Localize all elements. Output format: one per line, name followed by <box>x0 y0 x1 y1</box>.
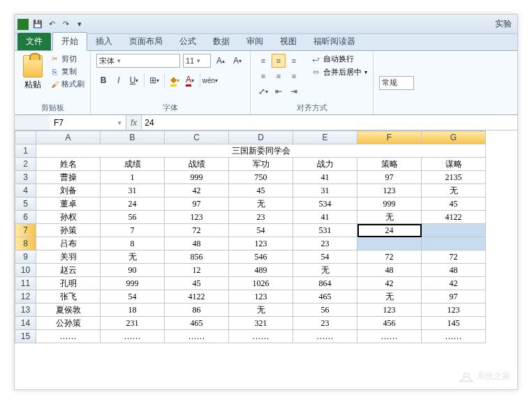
fill-color-button[interactable]: ◆▾ <box>168 73 182 87</box>
merge-center-button[interactable]: ⬄合并后居中▾ <box>311 67 367 77</box>
data-cell[interactable]: 54 <box>101 290 165 304</box>
col-header-A[interactable]: A <box>36 131 101 144</box>
font-color-button[interactable]: A▾ <box>183 73 197 87</box>
qat-dropdown-icon[interactable]: ▾ <box>73 18 86 31</box>
row-header-5[interactable]: 5 <box>15 197 36 211</box>
data-cell[interactable]: 231 <box>101 317 165 330</box>
align-left-icon[interactable]: ≡ <box>256 69 270 83</box>
row-header-3[interactable]: 3 <box>15 171 36 184</box>
data-cell[interactable]: 31 <box>293 184 357 197</box>
data-cell[interactable]: 45 <box>165 277 229 290</box>
data-cell[interactable]: 7 <box>101 224 165 237</box>
row-header-4[interactable]: 4 <box>15 184 36 197</box>
row-header-6[interactable]: 6 <box>15 211 36 224</box>
tab-formula[interactable]: 公式 <box>171 33 205 50</box>
col-header-G[interactable]: G <box>422 131 486 144</box>
tab-start[interactable]: 开始 <box>52 32 87 51</box>
data-cell[interactable]: 夏侯敦 <box>36 304 101 317</box>
data-cell[interactable]: 856 <box>165 250 229 264</box>
data-cell[interactable]: 无 <box>101 250 165 264</box>
data-cell[interactable]: 97 <box>422 290 486 304</box>
data-cell[interactable]: …… <box>165 330 229 343</box>
data-cell[interactable]: 45 <box>422 197 486 211</box>
data-cell[interactable]: 无 <box>229 304 293 317</box>
data-cell[interactable]: 张飞 <box>36 290 101 304</box>
font-name-combo[interactable]: 宋体▾ <box>96 54 180 68</box>
tab-file[interactable]: 文件 <box>17 33 51 50</box>
data-cell[interactable]: 321 <box>229 317 293 330</box>
data-cell[interactable]: 42 <box>165 184 229 197</box>
data-cell[interactable]: 456 <box>357 317 422 330</box>
data-cell[interactable]: 董卓 <box>36 197 101 211</box>
row-header-1[interactable]: 1 <box>15 144 36 158</box>
data-cell[interactable]: 48 <box>422 264 486 277</box>
data-cell[interactable]: 2135 <box>422 171 486 184</box>
font-size-combo[interactable]: 11▾ <box>183 54 211 68</box>
worksheet[interactable]: ABCDEFG1三国新委同学会2姓名成绩战绩军功战力策略谋略3曹操1999750… <box>15 130 517 343</box>
data-cell[interactable]: 465 <box>293 290 357 304</box>
data-cell[interactable]: …… <box>357 330 422 343</box>
number-format-combo[interactable]: 常规 <box>379 76 414 90</box>
tab-layout[interactable]: 页面布局 <box>121 33 171 50</box>
data-cell[interactable]: 123 <box>357 184 422 197</box>
paste-button[interactable]: 粘贴 <box>20 54 45 92</box>
data-cell[interactable]: 无 <box>357 211 422 224</box>
data-cell[interactable]: 23 <box>293 317 357 330</box>
data-cell[interactable] <box>357 237 422 250</box>
data-cell[interactable]: …… <box>229 330 293 343</box>
data-cell[interactable]: 无 <box>229 197 293 211</box>
data-cell[interactable]: 关羽 <box>36 250 101 264</box>
data-cell[interactable]: 41 <box>293 171 357 184</box>
data-cell[interactable] <box>422 224 486 237</box>
data-cell[interactable]: 公孙策 <box>36 317 101 330</box>
underline-button[interactable]: U▾ <box>127 73 141 87</box>
data-cell[interactable]: 4122 <box>422 211 486 224</box>
data-cell[interactable]: 8 <box>101 237 165 250</box>
data-cell[interactable]: 42 <box>422 277 486 290</box>
data-cell[interactable]: 999 <box>165 171 229 184</box>
data-cell[interactable]: …… <box>293 330 357 343</box>
data-cell[interactable]: 孙权 <box>36 211 101 224</box>
data-cell[interactable]: 72 <box>357 250 422 264</box>
data-cell[interactable]: 23 <box>293 237 357 250</box>
data-cell[interactable]: 吕布 <box>36 237 101 250</box>
tab-data[interactable]: 数据 <box>205 33 238 50</box>
data-cell[interactable]: 1026 <box>229 277 293 290</box>
data-cell[interactable]: 42 <box>357 277 422 290</box>
data-cell[interactable]: 123 <box>422 304 486 317</box>
header-cell[interactable]: 策略 <box>357 158 422 171</box>
bold-button[interactable]: B <box>96 73 110 87</box>
wrap-text-button[interactable]: ⮐自动换行 <box>311 54 367 64</box>
data-cell[interactable]: 534 <box>293 197 357 211</box>
data-cell[interactable]: 123 <box>165 211 229 224</box>
increase-font-icon[interactable]: A▴ <box>214 54 228 68</box>
align-bottom-icon[interactable]: ≡ <box>287 54 301 68</box>
data-cell[interactable]: 72 <box>165 224 229 237</box>
data-cell[interactable]: 曹操 <box>36 171 101 184</box>
header-cell[interactable]: 战绩 <box>165 158 229 171</box>
col-header-C[interactable]: C <box>165 131 229 144</box>
title-cell[interactable]: 三国新委同学会 <box>36 144 486 158</box>
data-cell[interactable]: 123 <box>357 304 422 317</box>
header-cell[interactable]: 谋略 <box>422 158 486 171</box>
orientation-button[interactable]: ⤢▾ <box>256 84 270 98</box>
data-cell[interactable]: 4122 <box>165 290 229 304</box>
data-cell[interactable]: 97 <box>165 197 229 211</box>
data-cell[interactable]: 531 <box>293 224 357 237</box>
data-cell[interactable]: 48 <box>357 264 422 277</box>
align-top-icon[interactable]: ≡ <box>256 54 270 68</box>
data-cell[interactable]: …… <box>101 330 165 343</box>
data-cell[interactable]: 1 <box>101 171 165 184</box>
row-header-7[interactable]: 7 <box>15 224 36 237</box>
row-header-2[interactable]: 2 <box>15 158 36 171</box>
data-cell[interactable]: 41 <box>293 211 357 224</box>
col-header-F[interactable]: F <box>357 131 422 144</box>
col-header-B[interactable]: B <box>101 131 165 144</box>
cut-button[interactable]: ✂剪切 <box>50 54 84 64</box>
row-header-10[interactable]: 10 <box>15 264 36 277</box>
data-cell[interactable]: 465 <box>165 317 229 330</box>
data-cell[interactable]: 18 <box>101 304 165 317</box>
select-all-corner[interactable] <box>15 131 36 144</box>
tab-insert[interactable]: 插入 <box>87 33 121 50</box>
data-cell[interactable]: 无 <box>422 184 486 197</box>
